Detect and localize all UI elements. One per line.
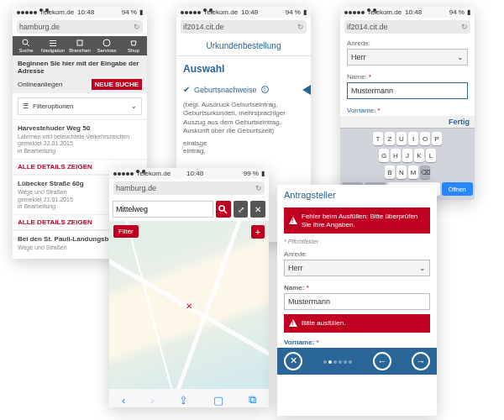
close-button[interactable]: ✕ [250,201,265,218]
vorname-label: Vorname: * [340,103,475,116]
expand-button[interactable]: ⤢ [234,201,249,218]
key[interactable]: Z [385,132,395,145]
back-icon[interactable]: ‹ [122,394,125,407]
key-backspace[interactable]: ⌫ [420,165,430,179]
anrede-select[interactable]: Herr⌄ [284,260,430,276]
reload-icon[interactable]: ↻ [461,23,468,31]
wizard-progress [323,356,353,365]
svg-rect-3 [50,43,56,44]
reload-icon[interactable]: ↻ [134,23,140,31]
key[interactable]: H [391,149,401,162]
key[interactable]: G [379,149,389,162]
keyboard-toolbar: Fertig [340,116,475,129]
search-input[interactable] [113,201,213,218]
section-heading: Auswahl [176,56,311,81]
chevron-down-icon: ⌄ [419,264,426,272]
key-open[interactable]: Öffnen [442,182,474,196]
pointer-arrow-icon [302,85,311,95]
wizard-nav: ✕ ← → [277,348,437,375]
key[interactable]: O [420,132,430,145]
anrede-label: Anrede: [340,36,475,49]
phone-map: Telekom.de ᯤ 10:48 99 %▮ hamburg.de↻ ⤢ ✕… [109,168,269,407]
key[interactable]: T [373,132,383,145]
chevron-down-icon: ⌄ [131,102,137,110]
phone-antragsteller: Antragsteller Fehler beim Ausfüllen: Bit… [277,185,437,416]
info-icon[interactable]: i [261,86,269,93]
key[interactable]: B [385,165,395,179]
result-card[interactable]: Harvestehuder Weg 50 Laternen und beleuc… [13,119,147,159]
checkbox-description: (begl. Ausdruck Geburtseintrag, Geburtsu… [176,97,311,139]
status-bar: Telekom.de ᯤ 10:48 94 %▮ [176,7,311,18]
wizard-next-button[interactable]: → [412,352,430,370]
status-bar: Telekom.de ᯤ 10:48 94 %▮ [13,7,147,18]
error-banner: Fehler beim Ausfüllen: Bitte überprüfen … [284,207,430,234]
vorname-label: Vorname: * [277,335,437,348]
map-add-button[interactable]: + [251,225,265,239]
status-bar: Telekom.de ᯤ 10:48 99 %▮ [109,168,269,179]
url-bar[interactable]: if2014.cit.de↻ [344,20,470,34]
filter-icon: ☰ [23,102,29,110]
search-row: ⤢ ✕ [109,197,269,221]
key[interactable]: I [408,132,418,145]
url-bar[interactable]: hamburg.de↻ [17,20,143,34]
status-bar: Telekom.de ᯤ 10:48 94 %▮ [340,7,475,18]
key[interactable]: M [408,165,418,179]
nav-services[interactable]: Services [93,36,120,55]
wizard-cancel-button[interactable]: ✕ [284,352,302,370]
key[interactable]: N [396,165,407,179]
key[interactable]: K [414,149,424,162]
truncated-text: eiratsgeeintrag, [176,139,311,155]
bookmarks-icon[interactable]: ▢ [213,394,223,407]
nav-shop[interactable]: Shop [120,36,147,55]
anrede-label: Anrede: [277,247,437,260]
name-input[interactable]: Mustermann [284,293,430,310]
svg-rect-2 [50,40,56,41]
map-filter-button[interactable]: Filter [113,225,139,238]
warning-icon [289,217,297,224]
kb-done-button[interactable]: Fertig [449,118,470,126]
field-error: Bitte ausfüllen. [284,314,430,333]
warning-icon [289,319,297,327]
svg-point-6 [103,39,110,46]
safari-toolbar: ‹ › ⇪ ▢ ⧉ [109,389,269,407]
forward-icon[interactable]: › [150,394,154,407]
filter-options[interactable]: ☰ Filteroptionen ⌄ [18,97,142,115]
wizard-back-button[interactable]: ← [373,352,391,370]
chevron-down-icon: ⌄ [457,53,464,61]
anrede-select[interactable]: Herr⌄ [347,49,468,66]
url-bar[interactable]: if2014.cit.de↻ [181,20,307,34]
page-title: Urkundenbestellung [176,36,311,56]
key[interactable]: P [432,132,442,145]
page-title: Antragsteller [277,185,437,205]
svg-line-8 [223,210,227,213]
url-bar[interactable]: hamburg.de↻ [113,181,265,195]
name-label: Name: * [340,70,475,82]
checkbox-icon[interactable]: ✔ [183,85,190,94]
name-label: Name: * [277,281,437,293]
neue-suche-button[interactable]: NEUE SUCHE [92,79,142,90]
map-marker-icon: ✕ [186,302,192,311]
key[interactable]: L [426,149,436,162]
name-input[interactable]: Mustermann [347,82,468,99]
nav-suche[interactable]: Suche [13,36,39,55]
tabs-icon[interactable]: ⧉ [249,393,256,407]
page-headline: Beginnen Sie hier mit der Eingabe der Ad… [13,55,147,79]
map-view[interactable]: Filter + ✕ [109,221,269,389]
svg-rect-4 [50,45,56,46]
svg-rect-5 [77,40,82,45]
nav-navigation[interactable]: Navigation [39,36,66,55]
bottom-nav: Suche Navigation Branchen Services Shop [13,36,147,55]
search-button[interactable] [216,201,231,218]
key[interactable]: U [396,132,407,145]
svg-line-1 [27,44,29,46]
key[interactable]: J [402,149,412,162]
share-icon[interactable]: ⇪ [179,394,188,407]
subheading: Onlineanliegen [18,81,62,88]
phone-form-keyboard: Telekom.de ᯤ 10:48 94 %▮ if2014.cit.de↻ … [340,7,475,200]
checkbox-row[interactable]: ✔ Geburtsnachweise i [176,81,311,97]
reload-icon[interactable]: ↻ [297,23,304,31]
reload-icon[interactable]: ↻ [255,184,262,192]
nav-branchen[interactable]: Branchen [66,36,93,55]
required-note: * Pflichtfelder [277,236,437,247]
